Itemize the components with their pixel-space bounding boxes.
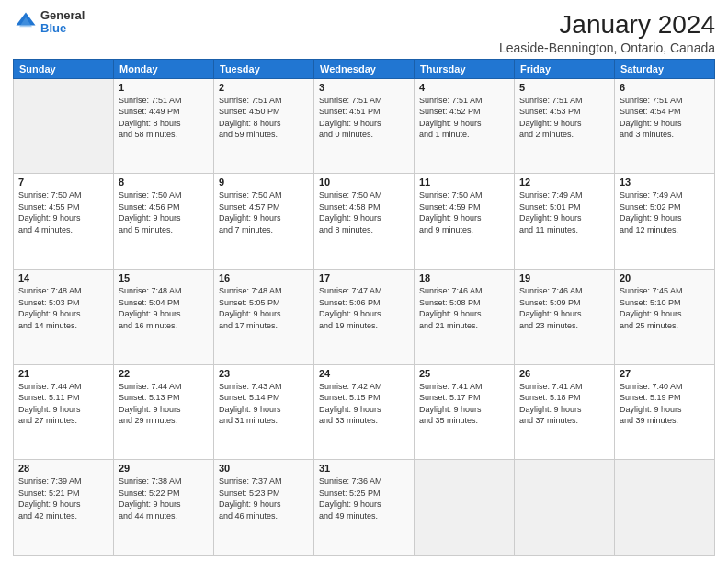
day-info-line: and 39 minutes.: [620, 416, 678, 425]
day-info-line: and 59 minutes.: [219, 130, 278, 139]
day-cell: 4Sunrise: 7:51 AMSunset: 4:52 PMDaylight…: [415, 78, 515, 174]
day-cell: 19Sunrise: 7:46 AMSunset: 5:09 PMDayligh…: [515, 269, 615, 364]
day-info-line: and 5 minutes.: [119, 225, 173, 235]
day-info: Sunrise: 7:50 AMSunset: 4:59 PMDaylight:…: [419, 190, 509, 236]
day-info-line: Daylight: 9 hours: [119, 213, 181, 223]
day-number: 9: [219, 177, 309, 188]
week-row-5: 28Sunrise: 7:39 AMSunset: 5:21 PMDayligh…: [14, 460, 715, 556]
day-info-line: Daylight: 9 hours: [219, 213, 281, 223]
day-info-line: Daylight: 9 hours: [319, 213, 381, 223]
day-info-line: Sunrise: 7:50 AM: [119, 190, 182, 200]
day-info-line: Sunrise: 7:51 AM: [319, 96, 382, 105]
day-info-line: Sunset: 5:25 PM: [319, 488, 381, 498]
day-info-line: Daylight: 9 hours: [18, 405, 81, 414]
day-cell: 10Sunrise: 7:50 AMSunset: 4:58 PMDayligh…: [314, 174, 415, 270]
day-info-line: Sunrise: 7:50 AM: [319, 190, 382, 200]
day-info: Sunrise: 7:50 AMSunset: 4:58 PMDaylight:…: [319, 190, 409, 236]
day-cell: [415, 460, 515, 556]
day-info-line: Sunset: 4:53 PM: [519, 107, 581, 116]
logo: General Blue: [13, 9, 85, 36]
day-info: Sunrise: 7:44 AMSunset: 5:13 PMDaylight:…: [119, 381, 209, 427]
day-info: Sunrise: 7:40 AMSunset: 5:19 PMDaylight:…: [620, 381, 710, 427]
day-info-line: Sunrise: 7:41 AM: [519, 382, 583, 391]
day-info-line: Sunrise: 7:48 AM: [219, 286, 282, 295]
day-number: 12: [519, 177, 609, 188]
day-info-line: Sunrise: 7:40 AM: [620, 382, 683, 391]
day-cell: 24Sunrise: 7:42 AMSunset: 5:15 PMDayligh…: [314, 364, 415, 460]
day-info-line: and 37 minutes.: [519, 416, 578, 425]
day-cell: 12Sunrise: 7:49 AMSunset: 5:01 PMDayligh…: [515, 174, 615, 270]
day-info-line: Daylight: 8 hours: [219, 119, 281, 128]
day-number: 13: [620, 177, 710, 188]
day-info-line: Daylight: 9 hours: [419, 213, 482, 223]
day-info-line: Sunset: 5:08 PM: [419, 298, 481, 307]
day-info-line: Sunrise: 7:51 AM: [119, 96, 182, 105]
day-info-line: Sunrise: 7:50 AM: [219, 190, 282, 200]
day-number: 14: [18, 272, 108, 283]
day-number: 25: [419, 368, 509, 379]
day-info-line: Daylight: 9 hours: [319, 405, 381, 414]
day-cell: 1Sunrise: 7:51 AMSunset: 4:49 PMDaylight…: [114, 78, 214, 174]
logo-icon: [13, 9, 39, 35]
day-info-line: Daylight: 9 hours: [119, 500, 181, 509]
day-number: 7: [18, 177, 108, 188]
day-cell: 6Sunrise: 7:51 AMSunset: 4:54 PMDaylight…: [615, 78, 715, 174]
day-info-line: Sunset: 4:54 PM: [620, 107, 681, 116]
day-number: 16: [219, 272, 309, 283]
day-info-line: Sunset: 5:22 PM: [119, 488, 180, 498]
day-info-line: Sunrise: 7:45 AM: [620, 286, 683, 295]
day-info-line: Sunset: 5:17 PM: [419, 393, 481, 402]
day-info-line: Sunset: 4:55 PM: [18, 202, 80, 212]
day-info: Sunrise: 7:51 AMSunset: 4:51 PMDaylight:…: [319, 95, 409, 141]
day-cell: 13Sunrise: 7:49 AMSunset: 5:02 PMDayligh…: [615, 174, 715, 270]
day-info-line: and 35 minutes.: [419, 416, 478, 425]
day-cell: 14Sunrise: 7:48 AMSunset: 5:03 PMDayligh…: [14, 269, 114, 364]
calendar-table: SundayMondayTuesdayWednesdayThursdayFrid…: [13, 59, 715, 556]
day-info-line: Sunrise: 7:51 AM: [519, 96, 583, 105]
day-info-line: Sunset: 5:19 PM: [620, 393, 681, 402]
day-cell: 26Sunrise: 7:41 AMSunset: 5:18 PMDayligh…: [515, 364, 615, 460]
day-info: Sunrise: 7:42 AMSunset: 5:15 PMDaylight:…: [319, 381, 409, 427]
day-info-line: and 29 minutes.: [119, 416, 177, 425]
day-info-line: Sunset: 5:06 PM: [319, 298, 381, 307]
day-info: Sunrise: 7:50 AMSunset: 4:57 PMDaylight:…: [219, 190, 309, 236]
day-info-line: Daylight: 9 hours: [519, 213, 582, 223]
day-info-line: and 42 minutes.: [18, 511, 77, 521]
day-number: 4: [419, 82, 509, 93]
day-info-line: Daylight: 9 hours: [519, 309, 582, 318]
day-cell: 3Sunrise: 7:51 AMSunset: 4:51 PMDaylight…: [314, 78, 415, 174]
day-info: Sunrise: 7:44 AMSunset: 5:11 PMDaylight:…: [18, 381, 108, 427]
day-number: 11: [419, 177, 509, 188]
day-cell: 11Sunrise: 7:50 AMSunset: 4:59 PMDayligh…: [415, 174, 515, 270]
day-info-line: and 1 minute.: [419, 130, 470, 139]
weekday-header-row: SundayMondayTuesdayWednesdayThursdayFrid…: [14, 59, 715, 78]
day-info-line: Daylight: 9 hours: [319, 309, 381, 318]
day-info-line: Sunrise: 7:51 AM: [620, 96, 683, 105]
week-row-2: 7Sunrise: 7:50 AMSunset: 4:55 PMDaylight…: [14, 174, 715, 270]
day-info-line: Sunrise: 7:51 AM: [419, 96, 483, 105]
day-info-line: Sunrise: 7:46 AM: [519, 286, 583, 295]
day-info-line: Sunset: 5:11 PM: [18, 393, 80, 402]
day-info-line: and 11 minutes.: [519, 225, 578, 235]
day-number: 17: [319, 272, 409, 283]
day-info-line: Sunrise: 7:51 AM: [219, 96, 282, 105]
day-number: 28: [18, 463, 108, 474]
day-info-line: Sunset: 5:23 PM: [219, 488, 280, 498]
day-info: Sunrise: 7:45 AMSunset: 5:10 PMDaylight:…: [620, 285, 710, 331]
day-info-line: and 21 minutes.: [419, 321, 478, 330]
day-number: 3: [319, 82, 409, 93]
day-info: Sunrise: 7:48 AMSunset: 5:04 PMDaylight:…: [119, 285, 209, 331]
day-info-line: Sunset: 5:03 PM: [18, 298, 80, 307]
day-info-line: and 58 minutes.: [119, 130, 177, 139]
weekday-header-monday: Monday: [114, 59, 214, 78]
day-info-line: Sunset: 4:49 PM: [119, 107, 180, 116]
day-info-line: Daylight: 9 hours: [620, 213, 682, 223]
day-info: Sunrise: 7:50 AMSunset: 4:56 PMDaylight:…: [119, 190, 209, 236]
day-cell: 29Sunrise: 7:38 AMSunset: 5:22 PMDayligh…: [114, 460, 214, 556]
day-cell: 31Sunrise: 7:36 AMSunset: 5:25 PMDayligh…: [314, 460, 415, 556]
day-number: 24: [319, 368, 409, 379]
day-info-line: Sunrise: 7:42 AM: [319, 382, 382, 391]
day-info-line: Sunset: 4:50 PM: [219, 107, 280, 116]
weekday-header-thursday: Thursday: [415, 59, 515, 78]
day-info-line: Sunset: 5:18 PM: [519, 393, 581, 402]
